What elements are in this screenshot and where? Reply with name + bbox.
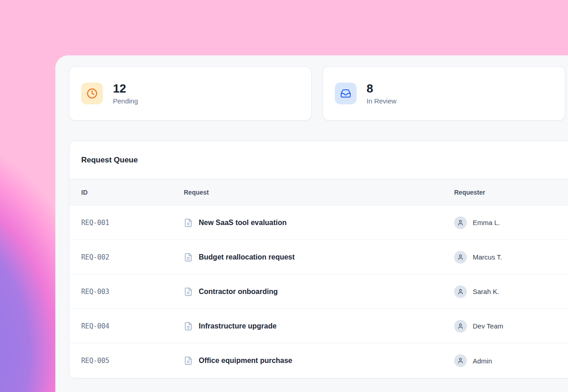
table-row[interactable]: REQ-003 Contractor onboarding Sarah K. <box>69 274 568 309</box>
document-icon <box>184 253 193 262</box>
request-queue-title: Request Queue <box>81 156 138 165</box>
requester-name: Marcus T. <box>473 253 502 261</box>
table-column-headers: ID Request Requester <box>69 179 568 206</box>
pending-count: 12 <box>113 82 138 96</box>
request-queue-card: Request Queue ID Request Requester REQ-0… <box>69 141 568 378</box>
stat-card-in-review: 8 In Review <box>323 66 565 121</box>
request-title: Office equipment purchase <box>199 357 292 365</box>
request-title: Budget reallocation request <box>199 253 295 261</box>
document-icon <box>184 356 193 365</box>
request-id: REQ-002 <box>81 253 184 261</box>
main-panel: 12 Pending 8 In Review Request Queue ID … <box>55 55 568 392</box>
in-review-label: In Review <box>367 97 397 105</box>
request-id: REQ-005 <box>81 357 184 365</box>
request-id: REQ-003 <box>81 288 184 296</box>
pending-label: Pending <box>113 97 138 105</box>
document-icon <box>184 322 193 331</box>
document-icon <box>184 218 193 227</box>
stat-card-pending: 12 Pending <box>69 66 312 121</box>
request-title: Infrastructure upgrade <box>199 322 277 330</box>
request-queue-header: Request Queue <box>69 141 568 179</box>
request-id: REQ-004 <box>81 322 184 330</box>
user-icon <box>454 320 467 333</box>
stats-row: 12 Pending 8 In Review <box>69 66 565 121</box>
column-header-requester: Requester <box>454 189 568 196</box>
user-icon <box>454 251 467 264</box>
document-icon <box>184 287 193 296</box>
clock-icon <box>81 83 103 104</box>
request-title: Contractor onboarding <box>199 288 278 296</box>
request-title: New SaaS tool evaluation <box>199 219 287 227</box>
requester-name: Sarah K. <box>473 288 499 295</box>
user-icon <box>454 285 467 298</box>
table-row[interactable]: REQ-001 New SaaS tool evaluation Emma L. <box>69 206 568 240</box>
table-row[interactable]: REQ-002 Budget reallocation request Marc… <box>69 240 568 274</box>
requester-name: Emma L. <box>473 219 500 226</box>
column-header-id: ID <box>81 189 184 196</box>
user-icon <box>454 354 467 367</box>
request-id: REQ-001 <box>81 219 184 227</box>
in-review-count: 8 <box>367 82 397 96</box>
requester-name: Admin <box>473 357 492 365</box>
requester-name: Dev Team <box>473 322 503 330</box>
table-row[interactable]: REQ-005 Office equipment purchase Admin <box>69 343 568 378</box>
user-icon <box>454 216 467 229</box>
table-row[interactable]: REQ-004 Infrastructure upgrade Dev Team <box>69 309 568 343</box>
column-header-request: Request <box>184 189 454 196</box>
table-body: REQ-001 New SaaS tool evaluation Emma L. <box>69 206 568 378</box>
inbox-icon <box>335 83 357 104</box>
